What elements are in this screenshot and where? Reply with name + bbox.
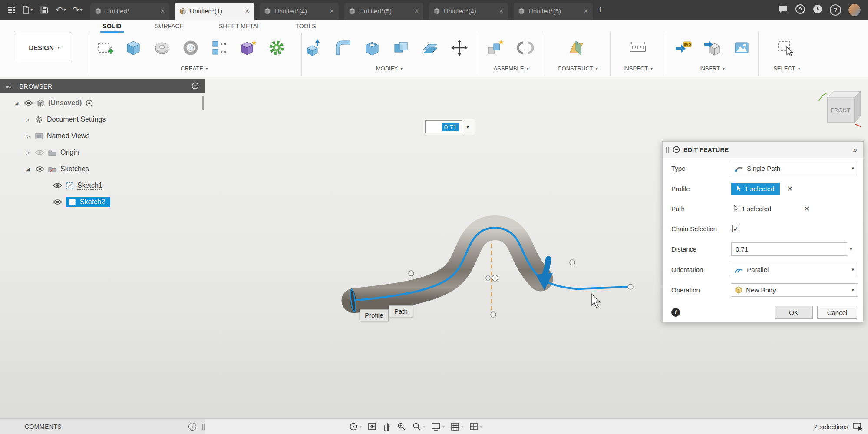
shell-button[interactable] (360, 36, 384, 60)
chain-selection-checkbox[interactable]: ✓ (732, 225, 739, 232)
visibility-eye-icon[interactable] (53, 199, 62, 205)
workspace-switcher[interactable]: DESIGN ▾ (17, 33, 72, 62)
user-avatar[interactable] (848, 3, 861, 17)
group-dropdown-inspect[interactable]: INSPECT ▾ (611, 63, 666, 73)
selection-sets-icon[interactable] (852, 422, 863, 431)
visibility-eye-icon-off[interactable] (35, 149, 44, 156)
comments-bar[interactable]: COMMENTS + (0, 419, 205, 434)
info-icon[interactable]: i (671, 308, 680, 317)
ribbon-tab-surface[interactable]: SURFACE (150, 20, 189, 32)
tree-item-origin[interactable]: ▷ Origin (0, 144, 205, 161)
tree-item-sketch1[interactable]: Sketch1 (0, 177, 205, 194)
gear-tool-button[interactable] (264, 36, 289, 60)
expand-icon[interactable]: ▷ (24, 117, 31, 123)
close-tab-icon[interactable]: ✕ (414, 8, 419, 14)
close-tab-icon[interactable]: ✕ (499, 8, 504, 14)
offset-face-button[interactable] (418, 36, 442, 60)
file-menu-button[interactable]: ▾ (21, 3, 35, 17)
sweep-button[interactable] (178, 36, 203, 60)
tab-label[interactable]: Untitled*(4) (444, 7, 495, 15)
browser-collapse-all-icon[interactable] (191, 82, 199, 91)
browser-hide-icon[interactable]: «« (5, 83, 11, 90)
job-status-button[interactable] (812, 4, 823, 16)
document-tab[interactable]: Untitled*(4) ✕ (260, 3, 339, 20)
group-dropdown-create[interactable]: CREATE ▾ (87, 63, 301, 73)
profile-clear-icon[interactable]: ✕ (787, 185, 792, 193)
tree-item-label[interactable]: (Unsaved) (48, 99, 82, 107)
redo-button[interactable]: ↷ ▾ (70, 3, 84, 17)
expand-icon[interactable]: ▷ (24, 133, 31, 139)
group-dropdown-insert[interactable]: INSERT ▾ (666, 63, 758, 73)
ribbon-tab-sheet-metal[interactable]: SHEET METAL (214, 20, 266, 32)
tab-label[interactable]: Untitled*(5) (359, 7, 411, 15)
operation-dropdown[interactable]: New Body ▾ (731, 283, 858, 297)
display-settings-button[interactable]: ▾ (429, 420, 446, 433)
active-component-radio-icon[interactable] (86, 99, 93, 107)
insert-mesh-button[interactable] (700, 36, 725, 60)
type-dropdown[interactable]: Single Path ▾ (731, 162, 858, 175)
dimension-widget[interactable]: 0.71 ▾ (423, 119, 475, 135)
viewcube[interactable]: FRONT (816, 86, 864, 129)
close-tab-icon[interactable]: ✕ (330, 8, 334, 14)
tree-item-sketches[interactable]: ◢ Sketches (0, 161, 205, 177)
construct-plane-button[interactable] (564, 36, 588, 60)
orbit-button[interactable]: ▾ (347, 420, 363, 433)
document-tab[interactable]: Untitled*(5) ✕ (344, 3, 423, 20)
dialog-collapse-icon[interactable] (673, 146, 680, 153)
dimension-value[interactable]: 0.71 (442, 123, 459, 131)
group-dropdown-construct[interactable]: CONSTRUCT ▾ (545, 63, 610, 73)
insert-svg-button[interactable]: SVG (671, 36, 696, 60)
path-selection-button[interactable]: 1 selected (731, 203, 774, 215)
tree-item-label[interactable]: Origin (60, 149, 79, 156)
feedback-comment-button[interactable] (778, 5, 788, 15)
create-form-button[interactable] (236, 36, 260, 60)
close-tab-icon[interactable]: ✕ (245, 8, 250, 14)
undo-button[interactable]: ↶ ▾ (54, 3, 68, 17)
combine-button[interactable] (389, 36, 413, 60)
dialog-drag-grip[interactable] (666, 147, 669, 153)
ok-button[interactable]: OK (775, 306, 813, 319)
tab-label[interactable]: Untitled*(1) (190, 7, 241, 15)
group-dropdown-assemble[interactable]: ASSEMBLE ▾ (477, 63, 545, 73)
add-comment-icon[interactable]: + (188, 423, 196, 431)
move-button[interactable] (447, 36, 472, 60)
document-tab[interactable]: Untitled*(4) ✕ (429, 3, 508, 20)
tab-label[interactable]: Untitled* (105, 7, 157, 15)
look-at-button[interactable] (366, 420, 378, 433)
tree-item-unsaved[interactable]: ◢ (Unsaved) (0, 95, 205, 111)
selected-tree-item[interactable]: Sketch2 (66, 197, 110, 207)
ribbon-tab-tools[interactable]: TOOLS (290, 20, 321, 32)
measure-button[interactable] (626, 36, 650, 60)
expand-icon[interactable]: ▷ (24, 150, 31, 156)
tree-item-document-settings[interactable]: ▷ Document Settings (0, 111, 205, 128)
comments-grip[interactable] (202, 424, 205, 430)
expand-icon[interactable]: ◢ (13, 100, 20, 106)
tab-label[interactable]: Untitled*(4) (274, 7, 326, 15)
viewports-button[interactable]: ▾ (468, 420, 483, 433)
app-menu-button[interactable] (4, 3, 18, 17)
dimension-dropdown-caret[interactable]: ▾ (462, 124, 473, 130)
expand-icon[interactable]: ◢ (24, 166, 31, 172)
tree-item-label[interactable]: Named Views (47, 132, 89, 140)
visibility-eye-icon[interactable] (35, 166, 44, 172)
pan-button[interactable] (381, 420, 393, 433)
close-tab-icon[interactable]: ✕ (160, 8, 165, 14)
visibility-eye-icon[interactable] (24, 100, 33, 106)
tab-label[interactable]: Untitled*(5) (528, 7, 580, 15)
tree-item-named-views[interactable]: ▷ Named Views (0, 128, 205, 144)
zoom-button[interactable] (396, 420, 408, 433)
create-sketch-button[interactable] (92, 36, 117, 60)
tree-item-label[interactable]: Sketch1 (77, 182, 102, 190)
visibility-eye-icon[interactable] (53, 182, 62, 189)
new-component-button[interactable] (483, 36, 508, 60)
tree-item-label[interactable]: Sketches (60, 165, 89, 173)
extrude-button[interactable] (121, 36, 145, 60)
cancel-button[interactable]: Cancel (817, 306, 857, 319)
insert-canvas-button[interactable] (729, 36, 754, 60)
joint-button[interactable] (513, 36, 538, 60)
document-tab[interactable]: Untitled* ✕ (90, 3, 169, 20)
press-pull-button[interactable] (302, 36, 326, 60)
grid-snap-button[interactable]: ▾ (449, 420, 465, 433)
distance-dropdown-caret[interactable]: ▾ (850, 246, 852, 252)
dialog-expand-icon[interactable]: » (853, 146, 857, 154)
